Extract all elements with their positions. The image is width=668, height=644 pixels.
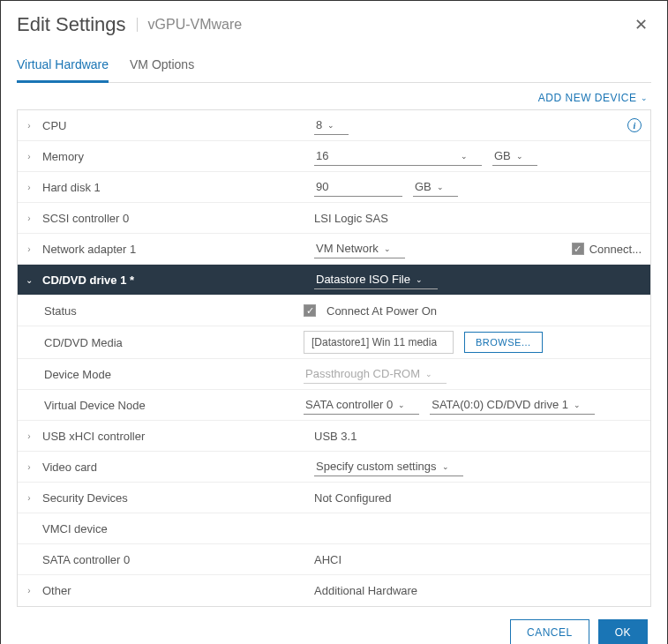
label-virtual-node: Virtual Device Node: [44, 399, 296, 412]
media-path-input[interactable]: [304, 331, 454, 354]
chevron-down-icon: ⌄: [516, 152, 523, 161]
row-scsi: › SCSI controller 0 LSI Logic SAS: [18, 203, 650, 234]
cddvd-value: Datastore ISO File: [316, 273, 410, 286]
chevron-down-icon: ⌄: [384, 244, 391, 253]
network-connect-checkbox[interactable]: ✓: [572, 243, 584, 255]
chevron-down-icon: ⌄: [442, 462, 449, 471]
network-select[interactable]: VM Network ⌄: [314, 239, 405, 258]
label-scsi: SCSI controller 0: [42, 212, 307, 225]
vnode-port: SATA(0:0) CD/DVD drive 1: [432, 398, 568, 411]
label-vmci: VMCI device: [42, 522, 307, 535]
chevron-right-icon[interactable]: ›: [23, 462, 35, 472]
label-device-mode: Device Mode: [44, 368, 296, 381]
label-video: Video card: [42, 461, 307, 474]
hardware-table: › CPU 8 ⌄ i › Memory 16 ⌄: [17, 109, 651, 607]
chevron-right-icon[interactable]: ›: [23, 493, 35, 503]
cddvd-type-select[interactable]: Datastore ISO File ⌄: [314, 270, 438, 289]
sata-value: AHCI: [314, 553, 342, 566]
dialog-subtitle: vGPU-VMware: [137, 18, 243, 32]
chevron-right-icon[interactable]: ›: [23, 121, 35, 131]
row-video: › Video card Specify custom settings ⌄: [18, 452, 650, 483]
device-mode-select: Passthrough CD-ROM ⌄: [304, 364, 447, 384]
chevron-down-icon: ⌄: [425, 370, 432, 378]
video-select[interactable]: Specify custom settings ⌄: [314, 457, 463, 476]
tab-vm-options[interactable]: VM Options: [130, 50, 194, 83]
harddisk-input[interactable]: [314, 177, 402, 197]
label-cpu: CPU: [42, 119, 307, 132]
row-memory: › Memory 16 ⌄ GB ⌄: [18, 141, 650, 172]
network-value: VM Network: [316, 242, 379, 255]
other-value: Additional Hardware: [314, 584, 417, 597]
row-media: CD/DVD Media BROWSE...: [18, 326, 650, 359]
memory-value: 16: [316, 149, 328, 162]
browse-button[interactable]: BROWSE...: [464, 332, 543, 353]
tabs: Virtual Hardware VM Options: [17, 50, 651, 83]
info-icon[interactable]: i: [627, 118, 642, 132]
connect-poweron-label: Connect At Power On: [326, 304, 437, 318]
label-cddvd: CD/DVD drive 1 *: [42, 273, 307, 287]
harddisk-unit-select[interactable]: GB ⌄: [413, 177, 458, 197]
row-device-mode: Device Mode Passthrough CD-ROM ⌄: [18, 359, 650, 390]
close-icon[interactable]: ✕: [631, 15, 651, 34]
label-harddisk: Hard disk 1: [42, 181, 307, 194]
dialog-footer: CANCEL OK: [17, 607, 651, 644]
chevron-down-icon: ⌄: [416, 275, 423, 284]
label-security: Security Devices: [42, 491, 307, 505]
row-cpu: › CPU 8 ⌄ i: [18, 110, 650, 141]
usb-value: USB 3.1: [314, 430, 357, 443]
chevron-right-icon[interactable]: ›: [23, 152, 35, 161]
row-cddvd[interactable]: ⌄ CD/DVD drive 1 * Datastore ISO File ⌄: [18, 265, 650, 296]
vnode-ctrl: SATA controller 0: [305, 398, 393, 411]
row-security: › Security Devices Not Configured: [18, 483, 650, 513]
chevron-right-icon[interactable]: ›: [23, 244, 35, 254]
add-new-device-button[interactable]: ADD NEW DEVICE ⌄: [538, 92, 648, 104]
label-media: CD/DVD Media: [44, 336, 296, 349]
chevron-right-icon[interactable]: ›: [23, 183, 35, 192]
harddisk-unit: GB: [415, 180, 432, 193]
row-usb: › USB xHCI controller USB 3.1: [18, 421, 650, 452]
label-usb: USB xHCI controller: [42, 430, 307, 443]
memory-input[interactable]: 16 ⌄: [314, 146, 482, 166]
device-mode-value: Passthrough CD-ROM: [305, 367, 420, 380]
label-network: Network adapter 1: [42, 243, 307, 256]
cpu-value: 8: [316, 118, 322, 131]
row-vmci: VMCI device: [18, 513, 650, 544]
tab-virtual-hardware[interactable]: Virtual Hardware: [17, 50, 109, 83]
label-memory: Memory: [42, 150, 307, 163]
chevron-down-icon[interactable]: ⌄: [23, 275, 35, 285]
label-status: Status: [44, 304, 296, 318]
add-new-device-label: ADD NEW DEVICE: [538, 92, 637, 104]
chevron-down-icon: ⌄: [574, 401, 581, 409]
dialog-header: Edit Settings vGPU-VMware ✕: [17, 13, 651, 36]
chevron-down-icon: ⌄: [398, 401, 405, 409]
chevron-down-icon: ⌄: [461, 152, 468, 161]
memory-unit: GB: [494, 149, 511, 162]
vnode-port-select[interactable]: SATA(0:0) CD/DVD drive 1 ⌄: [430, 395, 595, 415]
chevron-down-icon: ⌄: [437, 183, 444, 191]
video-value: Specify custom settings: [316, 460, 437, 473]
connect-poweron-checkbox[interactable]: ✓: [304, 304, 316, 317]
chevron-down-icon: ⌄: [641, 94, 649, 102]
row-virtual-node: Virtual Device Node SATA controller 0 ⌄ …: [18, 390, 650, 421]
chevron-right-icon[interactable]: ›: [23, 431, 35, 441]
ok-button[interactable]: OK: [598, 619, 648, 644]
memory-unit-select[interactable]: GB ⌄: [492, 146, 537, 166]
security-value: Not Configured: [314, 491, 391, 505]
chevron-down-icon: ⌄: [327, 121, 334, 130]
cpu-select[interactable]: 8 ⌄: [314, 116, 349, 135]
edit-settings-dialog: Edit Settings vGPU-VMware ✕ Virtual Hard…: [0, 0, 668, 644]
row-harddisk: › Hard disk 1 GB ⌄: [18, 172, 650, 203]
chevron-right-icon[interactable]: ›: [23, 586, 35, 595]
row-sata: SATA controller 0 AHCI: [18, 544, 650, 575]
vnode-controller-select[interactable]: SATA controller 0 ⌄: [304, 395, 419, 415]
row-status: Status ✓ Connect At Power On: [18, 296, 650, 326]
label-other: Other: [42, 584, 307, 597]
row-other: › Other Additional Hardware: [18, 575, 650, 606]
scsi-value: LSI Logic SAS: [314, 212, 388, 225]
network-connect-label: Connect...: [589, 243, 642, 256]
cancel-button[interactable]: CANCEL: [510, 619, 589, 644]
dialog-title: Edit Settings: [17, 13, 126, 36]
label-sata: SATA controller 0: [42, 553, 307, 566]
chevron-right-icon[interactable]: ›: [23, 213, 35, 223]
row-network: › Network adapter 1 VM Network ⌄ ✓ Conne…: [18, 234, 650, 265]
